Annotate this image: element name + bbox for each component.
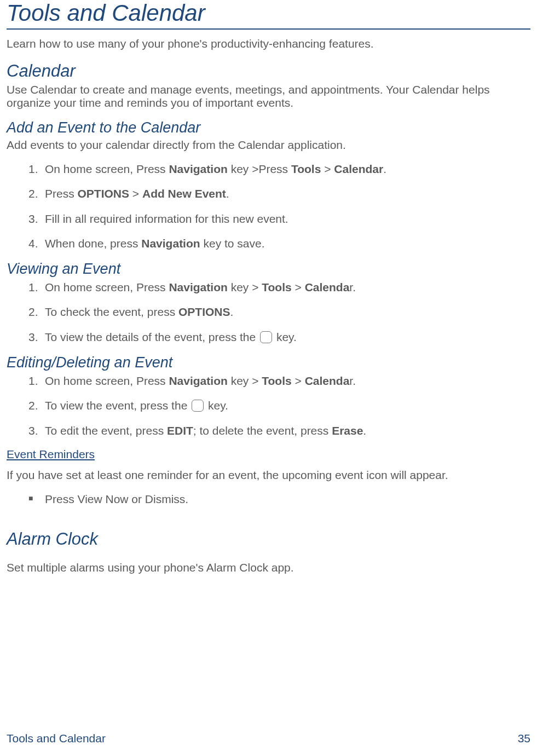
reminders-list: Press View Now or Dismiss. bbox=[28, 492, 530, 506]
calendar-heading: Calendar bbox=[7, 61, 530, 81]
alarm-description: Set multiple alarms using your phone's A… bbox=[7, 561, 530, 574]
list-item: On home screen, Press Navigation key > T… bbox=[28, 280, 530, 295]
list-item: On home screen, Press Navigation key >Pr… bbox=[28, 161, 530, 176]
add-event-heading: Add an Event to the Calendar bbox=[7, 119, 530, 136]
list-item: When done, press Navigation key to save. bbox=[28, 236, 530, 251]
list-item: To view the event, press the key. bbox=[28, 398, 530, 413]
list-item: Fill in all required information for thi… bbox=[28, 211, 530, 226]
calendar-description: Use Calendar to create and manage events… bbox=[7, 83, 530, 109]
viewing-heading: Viewing an Event bbox=[7, 261, 530, 278]
editing-steps: On home screen, Press Navigation key > T… bbox=[28, 373, 530, 438]
key-icon bbox=[260, 331, 272, 343]
alarm-heading: Alarm Clock bbox=[7, 529, 530, 549]
add-event-description: Add events to your calendar directly fro… bbox=[7, 138, 530, 152]
viewing-steps: On home screen, Press Navigation key > T… bbox=[28, 280, 530, 344]
reminders-heading: Event Reminders bbox=[7, 448, 530, 461]
intro-text: Learn how to use many of your phone's pr… bbox=[7, 37, 530, 50]
page-number: 35 bbox=[518, 732, 530, 745]
page-footer: Tools and Calendar 35 bbox=[7, 732, 530, 745]
list-item: On home screen, Press Navigation key > T… bbox=[28, 373, 530, 388]
list-item: To edit the event, press EDIT; to delete… bbox=[28, 423, 530, 438]
page-title: Tools and Calendar bbox=[7, 0, 530, 30]
add-event-steps: On home screen, Press Navigation key >Pr… bbox=[28, 161, 530, 251]
reminders-description: If you have set at least one reminder fo… bbox=[7, 469, 530, 482]
footer-section: Tools and Calendar bbox=[7, 732, 106, 745]
editing-heading: Editing/Deleting an Event bbox=[7, 354, 530, 371]
list-item: Press View Now or Dismiss. bbox=[28, 492, 530, 506]
list-item: To view the details of the event, press … bbox=[28, 330, 530, 344]
key-icon bbox=[192, 400, 204, 412]
list-item: To check the event, press OPTIONS. bbox=[28, 304, 530, 319]
list-item: Press OPTIONS > Add New Event. bbox=[28, 186, 530, 201]
